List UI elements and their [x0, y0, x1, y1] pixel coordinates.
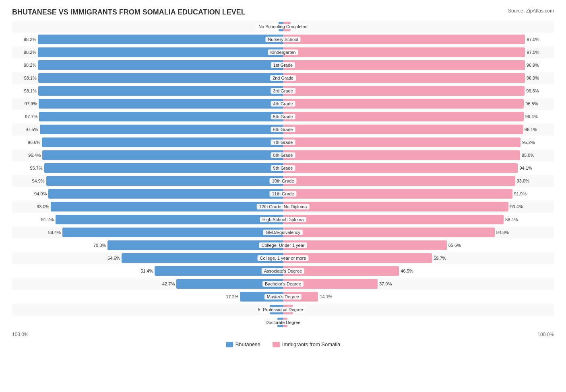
pink-bar: [283, 125, 523, 134]
center-label: College, 1 year or more: [258, 255, 309, 261]
source-label: Source: ZipAtlas.com: [508, 8, 554, 14]
left-value: 98.1%: [24, 88, 37, 93]
bar-right: 95.0%: [283, 150, 534, 160]
center-label: 1st Grade: [271, 62, 295, 68]
blue-bar: [38, 86, 283, 96]
center-label: Bachelor's Degree: [262, 281, 304, 287]
bar-right: 96.9%: [283, 73, 539, 83]
blue-bar: [44, 163, 283, 173]
center-label: 10th Grade: [269, 178, 296, 184]
left-value: 95.7%: [30, 166, 42, 170]
center-label: Kindergarten: [268, 49, 298, 55]
bar-left: 96.4%: [28, 150, 283, 160]
left-value: 98.2%: [24, 50, 36, 55]
center-label: 11th Grade: [269, 191, 296, 197]
table-row: 42.7% Bachelor's Degree 37.9%: [12, 278, 554, 290]
pink-bar: [283, 240, 447, 250]
legend-pink: Immigrants from Somalia: [273, 341, 340, 347]
x-axis-left: 100.0%: [12, 332, 29, 337]
pink-bar: [283, 189, 512, 199]
left-value: 88.4%: [48, 230, 61, 235]
right-value: 95.2%: [522, 140, 535, 145]
left-value: 98.2%: [24, 63, 36, 68]
bar-right: 96.9%: [283, 60, 539, 70]
right-value: 37.9%: [379, 281, 392, 286]
table-row: 5.4% Professional Degree 4.1%: [12, 304, 554, 316]
bar-right: 84.8%: [283, 228, 509, 237]
right-value: 96.4%: [525, 114, 538, 119]
bar-right: 96.1%: [283, 125, 537, 134]
pink-bar: [283, 47, 525, 57]
blue-bar: [39, 112, 283, 121]
right-value: 94.1%: [519, 166, 532, 170]
center-label: College, Under 1 year: [259, 242, 307, 248]
bar-left: 97.7%: [25, 112, 283, 121]
left-value: 91.2%: [41, 217, 54, 222]
left-value: 64.6%: [107, 256, 120, 261]
center-label: GED/Equivalency: [263, 230, 303, 235]
bar-right: 90.4%: [283, 202, 523, 211]
right-value: 84.8%: [496, 230, 509, 235]
center-label: Doctorate Degree: [263, 320, 303, 325]
x-axis-right: 100.0%: [537, 332, 554, 337]
blue-bar: [48, 189, 283, 199]
right-value: 96.9%: [527, 76, 539, 80]
pink-bar: [283, 73, 525, 83]
center-label: Professional Degree: [260, 307, 306, 312]
legend-blue: Bhutanese: [226, 341, 260, 347]
bar-left: 64.6%: [107, 253, 283, 263]
blue-bar: [42, 138, 283, 147]
bar-left: 98.2%: [24, 47, 283, 57]
center-label: 3rd Grade: [271, 88, 295, 94]
bar-left: 91.2%: [41, 215, 283, 224]
right-value: 93.0%: [517, 179, 529, 183]
blue-bar: [39, 99, 283, 109]
bar-left: 94.9%: [32, 176, 283, 186]
left-value: 42.7%: [162, 281, 175, 286]
bar-left: 96.6%: [28, 138, 283, 147]
right-value: 95.0%: [522, 153, 534, 158]
center-label: 2nd Grade: [270, 75, 296, 81]
table-row: 98.1% 2nd Grade 96.9%: [12, 72, 554, 84]
legend-blue-box: [226, 342, 233, 347]
center-label: 9th Grade: [271, 165, 295, 171]
pink-bar: [283, 112, 524, 121]
bar-right: 65.6%: [283, 240, 461, 250]
center-label: High School Diploma: [260, 217, 306, 222]
blue-bar: [38, 47, 283, 57]
table-row: 96.6% 7th Grade 95.2%: [12, 136, 554, 148]
chart-area: 1.8% No Schooling Completed 3.0% 98.2% N…: [12, 21, 554, 337]
bar-left: 94.0%: [34, 189, 283, 199]
bar-right: 95.2%: [283, 138, 535, 147]
pink-bar: [283, 228, 495, 237]
bar-right: 96.4%: [283, 112, 538, 121]
center-label: 8th Grade: [271, 152, 295, 158]
pink-bar: [283, 176, 515, 186]
table-row: 93.0% 12th Grade, No Diploma 90.4%: [12, 201, 554, 213]
blue-bar: [56, 215, 283, 224]
bar-left: 88.4%: [48, 228, 283, 237]
table-row: 17.2% Master's Degree 14.1%: [12, 291, 554, 303]
bar-right: 96.8%: [283, 86, 539, 96]
table-row: 97.9% 4th Grade 96.5%: [12, 98, 554, 110]
center-label: 12th Grade, No Diploma: [257, 204, 310, 209]
left-value: 97.9%: [25, 101, 37, 106]
blue-bar: [46, 176, 283, 186]
left-value: 51.4%: [140, 269, 153, 273]
pink-bar: [283, 86, 525, 96]
table-row: 51.4% Associate's Degree 46.5%: [12, 265, 554, 277]
blue-bar: [51, 202, 283, 211]
blue-bar: [38, 35, 283, 44]
chart-title: BHUTANESE VS IMMIGRANTS FROM SOMALIA EDU…: [12, 8, 554, 16]
bar-right: 88.4%: [283, 215, 518, 224]
bar-left: 93.0%: [37, 202, 283, 211]
bar-left: 95.7%: [30, 163, 283, 173]
left-value: 17.2%: [226, 294, 238, 299]
bar-left: 98.1%: [24, 86, 283, 96]
left-value: 93.0%: [37, 204, 49, 209]
table-row: 64.6% College, 1 year or more 59.7%: [12, 252, 554, 264]
right-value: 88.4%: [505, 217, 518, 222]
table-row: 88.4% GED/Equivalency 84.8%: [12, 226, 554, 238]
pink-bar: [283, 60, 525, 70]
blue-bar: [38, 73, 283, 83]
